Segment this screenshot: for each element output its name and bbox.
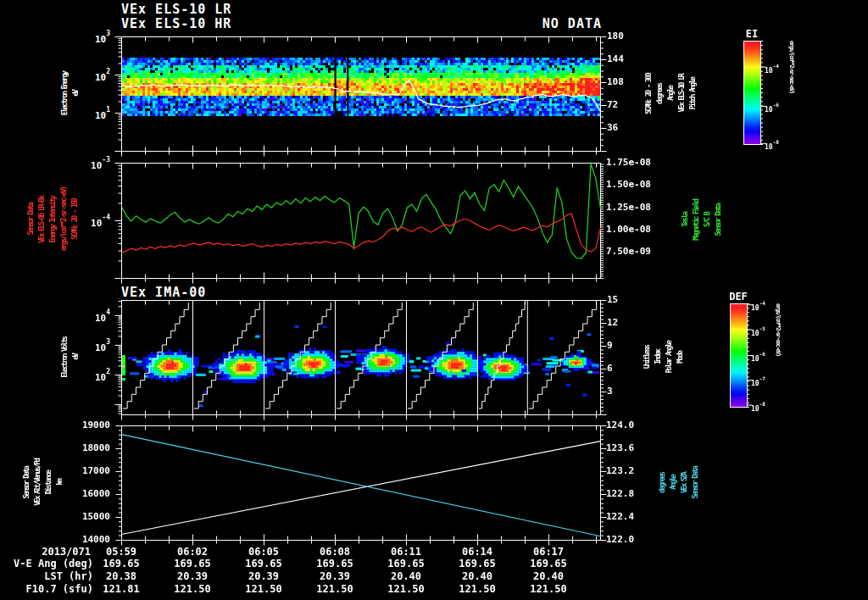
polar-angle-axis-label-text: Unitless (643, 346, 651, 369)
table-cell: 169.65 (245, 558, 281, 569)
p1-right-tick: 72 (607, 99, 618, 110)
sza-axis-label-text: Angle (669, 475, 677, 490)
table-cell: 20.39 (177, 570, 208, 582)
energy-intensity-axis-label: Sensor DataVEx ELS-06 LR-BkEnergy Intens… (27, 159, 78, 280)
p1-right-tick: 180 (607, 31, 624, 42)
pitch-angle-axis-label-text: VEx ELS-10 LR (677, 75, 686, 112)
energy-intensity-axis-label-text: Energy Intensity (48, 197, 57, 243)
p4-left-tick: 15000 (82, 511, 110, 522)
p3-right-tick: 6 (607, 363, 613, 374)
intensity-bfield-canvas (111, 161, 610, 286)
magnetic-field-axis-label-text: Tesla (681, 213, 689, 227)
time-tick-label: 06:14 (462, 546, 492, 558)
def-colorbar-units: ergs/(cm**2-sr-sec-eV) (775, 303, 782, 407)
no-data-badge: NO DATA (542, 16, 602, 31)
table-cell: 20.39 (248, 570, 279, 582)
p2-left-tick: 10-3 (91, 157, 110, 171)
table-cell: 169.65 (316, 558, 353, 569)
p4-left-tick: 16000 (82, 488, 110, 499)
p4-right-tick: 122.0 (606, 534, 634, 545)
ei-colorbar-title: EI (746, 28, 758, 40)
def-colorbar-tick: 10-6 (751, 352, 765, 363)
els-y-axis-label-text: Electron Energy (60, 72, 69, 115)
table-cell: 169.65 (459, 558, 495, 569)
p4-right-tick: 123.6 (606, 442, 634, 453)
plot-title-line1: VEx ELS-10 LR (121, 2, 231, 17)
els-y-axis-label-text: eV (71, 91, 80, 97)
table-cell: 121.50 (459, 583, 495, 595)
table-cell: 121.81 (103, 583, 139, 595)
p2-right-tick: 7.50e-09 (606, 246, 651, 257)
sza-axis-label-text: VEx SZA (680, 473, 688, 493)
time-tick-label: 06:08 (320, 546, 350, 558)
table-cell: 20.38 (106, 570, 136, 582)
p4-left-tick: 14000 (82, 534, 110, 545)
pitch-angle-axis-label-text: Angle (666, 86, 675, 101)
table-row-label: V-E Ang (deg) (14, 558, 93, 569)
p3-right-tick: 3 (607, 386, 613, 397)
ei-colorbar-canvas (743, 39, 769, 147)
altitude-sza-canvas (111, 424, 610, 548)
p2-right-tick: 1.25e-08 (606, 202, 651, 213)
def-colorbar-title: DEF (729, 291, 748, 303)
energy-intensity-axis-label-text: VEx ELS-06 LR-Bk (37, 197, 46, 243)
pitch-angle-axis-label: SCAN: 20 - 300degreesAngleVEx ELS-10 LRP… (636, 36, 705, 151)
p4-left-tick: 19000 (82, 419, 110, 431)
sza-axis-label: degreesAngleVEx SZASensor Data (648, 425, 709, 540)
table-cell: 20.40 (391, 570, 421, 582)
table-cell: 121.50 (530, 583, 566, 595)
magnetic-field-axis-label: TeslaMagnetic FieldS/C BSensor Data (675, 163, 727, 278)
polar-angle-axis-label-text: Mode (676, 352, 684, 364)
magnetic-field-axis-label-text: Magnetic Field (692, 200, 700, 241)
p4-right-tick: 122.4 (606, 511, 634, 522)
p3-left-tick: 102 (95, 369, 110, 383)
vex-quicklook-plot: VEx ELS-10 LR VEx ELS-10 HR NO DATA VEx … (0, 0, 868, 600)
energy-intensity-axis-label-text: ergs/(cm**2-sr-sec-eV) (59, 187, 68, 251)
ima-y-axis-label-text: Electron Volts (60, 337, 69, 378)
distance-axis-label-text: Sensor Data (22, 467, 31, 499)
date-label: 2013/071 (42, 546, 91, 558)
table-cell: 169.65 (387, 558, 424, 569)
distance-axis-label-text: km (55, 480, 64, 486)
time-tick-label: 06:02 (177, 546, 208, 558)
els-y-axis-label: Electron EnergyeV (54, 36, 85, 151)
p4-left-tick: 18000 (82, 442, 110, 453)
ei-colorbar-tick: 10-6 (765, 103, 779, 114)
pitch-angle-axis-label-text: Pitch Angle (688, 78, 697, 110)
p3-right-tick: 15 (607, 294, 618, 305)
table-cell: 169.65 (103, 558, 139, 569)
table-cell: 169.65 (530, 558, 566, 569)
els-spectrogram-canvas (111, 35, 610, 159)
p3-left-tick: 104 (95, 309, 110, 324)
time-tick-label: 06:17 (533, 546, 564, 558)
table-cell: 121.50 (387, 583, 424, 595)
sza-axis-label-text: Sensor Data (691, 467, 699, 499)
p4-left-tick: 17000 (82, 465, 110, 476)
pitch-angle-axis-label-text: SCAN: 20 - 300 (644, 74, 653, 114)
p4-right-tick: 122.8 (606, 488, 634, 499)
def-colorbar-tick: 10-4 (751, 301, 765, 312)
distance-axis-label-text: Distance (44, 471, 53, 494)
table-cell: 121.50 (316, 583, 353, 595)
table-row-label: LST (hr) (44, 570, 93, 582)
magnetic-field-axis-label-text: Sensor Data (714, 204, 722, 236)
distance-axis-label: Sensor DataVEx Alt/Venus/PdDistancekm (19, 425, 66, 540)
polar-angle-axis-label-text: Polar Angle (665, 342, 673, 374)
p2-right-tick: 1.75e-08 (606, 157, 651, 168)
def-colorbar-tick: 10-7 (751, 376, 765, 387)
pitch-angle-axis-label-text: degrees (655, 84, 664, 104)
ei-colorbar-tick: 10-8 (765, 140, 779, 151)
ima-y-axis-label: Electron VoltseV (54, 300, 85, 414)
table-cell: 20.39 (320, 570, 350, 582)
plot-title-line2: VEx ELS-10 HR (121, 16, 231, 31)
magnetic-field-axis-label-text: S/C B (703, 213, 711, 227)
energy-intensity-axis-label-text: SCAN: 20 - 150 (70, 199, 79, 240)
p3-left-tick: 103 (95, 339, 110, 353)
time-tick-label: 06:05 (248, 546, 279, 558)
ei-colorbar-units: ergs/(cm**2-sr-sec-eV) (788, 41, 795, 144)
distance-axis-label-text: VEx Alt/Venus/Pd (33, 459, 42, 506)
p4-right-tick: 123.2 (606, 465, 634, 476)
polar-angle-axis-label: UnitlessIndexPolar AngleMode (631, 300, 695, 414)
energy-intensity-axis-label-text: Sensor Data (26, 203, 35, 236)
ima-y-axis-label-text: eV (71, 354, 80, 360)
